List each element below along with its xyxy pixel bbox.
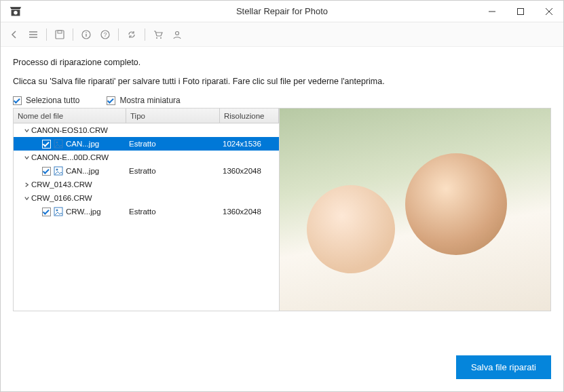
checkbar: Seleziona tutto Mostra miniatura — [13, 96, 551, 105]
cart-icon[interactable] — [149, 25, 168, 44]
svg-point-0 — [14, 11, 18, 14]
separator — [145, 28, 145, 41]
app-icon — [6, 2, 25, 21]
checkbox-icon — [13, 96, 22, 105]
close-button[interactable] — [535, 1, 563, 22]
file-resolution: 1024x1536 — [220, 140, 279, 148]
tree-group-row[interactable]: CRW_0143.CRW — [14, 178, 279, 191]
checkbox-icon — [107, 96, 115, 105]
separator — [118, 28, 119, 41]
titlebar: Stellar Repair for Photo — [1, 1, 563, 22]
save-icon[interactable] — [50, 25, 69, 44]
select-all-checkbox[interactable]: Seleziona tutto — [13, 96, 79, 105]
info-icon[interactable] — [77, 25, 96, 44]
instruction-text: Clicca su 'Salva file riparati' per salv… — [13, 77, 551, 86]
file-resolution: 1360x2048 — [220, 208, 279, 216]
separator — [46, 28, 47, 41]
table-body[interactable]: CANON-EOS10.CRWCAN...jpgEstratto1024x153… — [14, 123, 279, 311]
footer: Salva file riparati — [1, 343, 563, 391]
svg-text:?: ? — [103, 31, 107, 38]
tree-group-row[interactable]: CANON-EOS10.CRW — [14, 123, 279, 137]
maximize-button[interactable] — [506, 1, 535, 22]
group-name: CRW_0166.CRW — [31, 194, 92, 202]
table-header: Nome del file Tipo Risoluzione — [14, 109, 279, 123]
group-name: CRW_0143.CRW — [31, 180, 92, 189]
row-checkbox[interactable] — [42, 167, 51, 176]
tree-file-row[interactable]: CRW...jpgEstratto1360x2048 — [14, 205, 279, 218]
expand-icon[interactable] — [22, 155, 31, 161]
svg-point-16 — [56, 142, 58, 144]
preview-panel — [280, 109, 550, 311]
tree-group-row[interactable]: CRW_0166.CRW — [14, 191, 279, 205]
expand-icon[interactable] — [22, 182, 31, 188]
help-icon[interactable]: ? — [96, 25, 115, 44]
save-button[interactable]: Salva file riparati — [456, 355, 551, 379]
file-name: CAN...jpg — [66, 167, 99, 175]
file-type: Estratto — [126, 140, 220, 148]
row-checkbox[interactable] — [42, 140, 51, 149]
content-area: Processo di riparazione completo. Clicca… — [1, 47, 563, 343]
svg-rect-5 — [56, 31, 64, 39]
image-file-icon — [54, 207, 63, 216]
refresh-icon[interactable] — [122, 25, 141, 44]
svg-point-13 — [160, 37, 162, 39]
file-tree-panel: Nome del file Tipo Risoluzione CANON-EOS… — [14, 109, 280, 311]
group-name: CANON-E...00D.CRW — [31, 153, 109, 161]
app-window: Stellar Repair for Photo ? Processo di r… — [0, 0, 564, 392]
tree-group-row[interactable]: CANON-E...00D.CRW — [14, 151, 279, 164]
select-all-label: Seleziona tutto — [26, 96, 79, 105]
col-header-type[interactable]: Tipo — [126, 109, 220, 123]
svg-point-12 — [156, 37, 157, 39]
file-name: CRW...jpg — [66, 208, 101, 216]
window-controls — [478, 1, 563, 22]
separator — [73, 28, 73, 41]
group-name: CANON-EOS10.CRW — [31, 126, 108, 134]
show-thumb-label: Mostra miniatura — [119, 96, 180, 105]
svg-point-18 — [56, 169, 58, 171]
row-checkbox[interactable] — [42, 208, 51, 216]
svg-point-20 — [56, 210, 58, 212]
preview-image — [280, 109, 550, 311]
status-text: Processo di riparazione completo. — [13, 58, 551, 67]
expand-icon[interactable] — [22, 128, 31, 134]
main-row: Nome del file Tipo Risoluzione CANON-EOS… — [13, 108, 551, 311]
show-thumbnail-checkbox[interactable]: Mostra miniatura — [107, 96, 180, 105]
tree-file-row[interactable]: CAN...jpgEstratto1360x2048 — [14, 164, 279, 178]
col-header-name[interactable]: Nome del file — [14, 109, 126, 123]
menu-icon[interactable] — [24, 25, 43, 44]
image-file-icon — [54, 166, 63, 176]
image-file-icon — [54, 139, 63, 149]
file-type: Estratto — [126, 208, 220, 216]
tree-file-row[interactable]: CAN...jpgEstratto1024x1536 — [14, 137, 279, 151]
file-resolution: 1360x2048 — [220, 167, 279, 175]
file-type: Estratto — [126, 167, 220, 175]
back-icon[interactable] — [5, 25, 24, 44]
toolbar: ? — [1, 22, 563, 47]
file-name: CAN...jpg — [66, 140, 99, 148]
user-icon[interactable] — [168, 25, 187, 44]
col-header-resolution[interactable]: Risoluzione — [220, 109, 279, 123]
svg-point-8 — [86, 32, 87, 33]
svg-point-14 — [176, 31, 179, 35]
minimize-button[interactable] — [478, 1, 506, 22]
expand-icon[interactable] — [22, 195, 31, 201]
svg-rect-2 — [518, 8, 524, 14]
